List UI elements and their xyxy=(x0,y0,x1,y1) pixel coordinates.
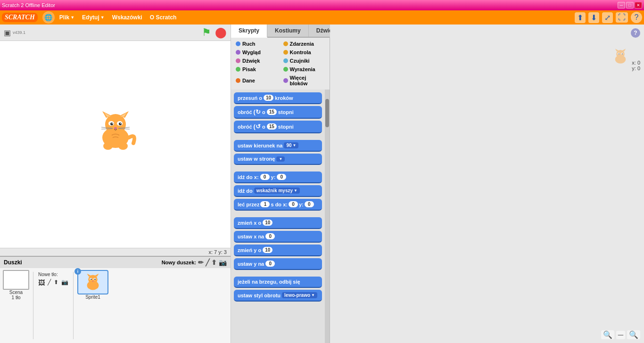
scratch-logo: SCRATCH xyxy=(2,13,38,22)
new-backdrop-label: Nowe tło: xyxy=(38,272,68,277)
draw-sprite-button[interactable]: ╱ xyxy=(206,259,209,266)
stage-icon: ▣ xyxy=(4,28,11,37)
share-icon[interactable]: ⬇ xyxy=(588,12,599,23)
category-dane[interactable]: Dane xyxy=(233,74,281,88)
svg-point-25 xyxy=(91,278,92,280)
draw-backdrop-button[interactable]: ╱ xyxy=(48,279,51,286)
stage-controls: ⚑ ⬤ xyxy=(202,26,227,39)
sprites-panel: Duszki Nowy duszek: ✏ ╱ ⬆ 📷 Scena 1 tło xyxy=(0,256,231,343)
stage-header: ▣ v439.1 ⚑ ⬤ xyxy=(0,24,231,41)
spacer1 xyxy=(234,135,322,138)
sprite1-thumbnail[interactable] xyxy=(77,270,108,294)
new-sprite-label: Nowy duszek: xyxy=(162,260,196,265)
new-sprite-controls: Nowy duszek: ✏ ╱ ⬆ 📷 xyxy=(162,259,227,266)
spacer4 xyxy=(234,272,322,275)
scrollbar-thumb[interactable] xyxy=(325,99,329,127)
category-zdarzenia[interactable]: Zdarzenia xyxy=(281,40,328,48)
svg-point-27 xyxy=(92,281,94,282)
block-set-direction[interactable]: ustaw kierunek na 90 xyxy=(234,140,322,152)
about-menu[interactable]: O Scratch xyxy=(147,12,180,23)
svg-point-8 xyxy=(110,122,113,125)
camera-backdrop-button[interactable]: 📷 xyxy=(61,279,68,286)
scene-block: Scena 1 tło xyxy=(2,270,30,341)
titlebar-controls: ─ □ ✕ xyxy=(618,2,642,8)
scrollbar-track[interactable] xyxy=(325,90,330,343)
category-pisak[interactable]: Pisak xyxy=(233,65,281,74)
tab-costumes[interactable]: Kostiumy xyxy=(267,24,309,37)
titlebar: Scratch 2 Offline Editor ─ □ ✕ xyxy=(0,0,644,10)
svg-point-17 xyxy=(103,142,113,150)
help-icon[interactable]: ? xyxy=(631,12,642,23)
menubar-right: ⬆ ⬇ ⤢ ⛶ ? xyxy=(575,12,642,23)
block-rotate-left[interactable]: obróć (↺ o 15 stopni xyxy=(234,121,322,133)
category-ruch[interactable]: Ruch xyxy=(233,40,281,48)
zoom-reset-button[interactable]: ─ xyxy=(616,331,625,339)
zoom-out-button[interactable]: 🔍 xyxy=(601,330,614,339)
stage-coordinates: x: 7 y: 3 xyxy=(0,248,231,256)
category-wyglad[interactable]: Wygląd xyxy=(233,48,281,57)
stage-canvas xyxy=(0,41,231,248)
category-dzwiek[interactable]: Dźwięk xyxy=(233,57,281,65)
svg-point-12 xyxy=(114,127,117,129)
svg-point-10 xyxy=(112,123,113,124)
category-wiecej-blokow[interactable]: Więcej bloków xyxy=(281,74,328,88)
tips-menu[interactable]: Wskazówki xyxy=(109,12,145,23)
fullscreen-icon[interactable]: ⛶ xyxy=(616,12,628,23)
sprites-content: Scena 1 tło Nowe tło: 🖼 ╱ ⬆ 📷 xyxy=(0,268,231,343)
titlebar-title: Scratch 2 Offline Editor xyxy=(2,2,55,8)
blocks-list: przesuń o 10 kroków obróć (↻ o 15 stopni… xyxy=(231,90,325,343)
scene-thumbnail[interactable] xyxy=(3,270,29,290)
block-rotation-style[interactable]: ustaw styl obrotu lewo-prawo xyxy=(234,290,322,302)
stop-button[interactable]: ⬤ xyxy=(215,26,227,39)
blocks-scroll: przesuń o 10 kroków obróć (↻ o 15 stopni… xyxy=(231,90,330,343)
edit-menu[interactable]: Edytuj ▼ xyxy=(79,12,107,23)
block-go-to-xy[interactable]: idź do x: 0 y: 0 xyxy=(234,172,322,183)
block-set-y[interactable]: ustaw y na 0 xyxy=(234,258,322,270)
block-go-to-mouse[interactable]: idź do wskaźnik myszy xyxy=(234,185,322,197)
script-area[interactable]: ? x: 0 y: 0 🔍 ─ 🔍 xyxy=(330,24,644,343)
spacer2 xyxy=(234,167,322,170)
menubar: SCRATCH 🌐 Plik ▼ Edytuj ▼ Wskazówki O Sc… xyxy=(0,10,644,24)
maximize-button[interactable]: □ xyxy=(626,2,634,8)
svg-point-35 xyxy=(622,53,623,54)
svg-point-9 xyxy=(119,122,122,125)
block-change-x[interactable]: zmień x o 10 xyxy=(234,217,322,229)
sprites-header: Duszki Nowy duszek: ✏ ╱ ⬆ 📷 xyxy=(0,257,231,268)
scene-label: Scena xyxy=(9,290,23,295)
cat-sprite xyxy=(92,109,139,159)
tab-scripts[interactable]: Skrypty xyxy=(231,24,267,38)
category-wyrazenia[interactable]: Wyrażenia xyxy=(281,65,328,74)
help-button[interactable]: ? xyxy=(631,28,640,38)
close-button[interactable]: ✕ xyxy=(635,2,642,8)
globe-icon[interactable]: 🌐 xyxy=(42,11,55,24)
camera-sprite-button[interactable]: 📷 xyxy=(219,259,227,266)
block-set-x[interactable]: ustaw x na 0 xyxy=(234,231,322,243)
sprite1-label: Sprite1 xyxy=(85,294,100,300)
block-bounce[interactable]: jeżeli na brzegu, odbij się xyxy=(234,277,322,288)
upload-backdrop-button[interactable]: ⬆ xyxy=(54,279,58,286)
block-set-side[interactable]: ustaw w stronę xyxy=(234,154,322,165)
spacer3 xyxy=(234,212,322,215)
upload-icon[interactable]: ⬆ xyxy=(575,12,586,23)
stage-version: v439.1 xyxy=(13,30,25,35)
block-glide[interactable]: leć przez 1 s do x: 0 y: 0 xyxy=(234,199,322,211)
svg-point-1 xyxy=(105,114,126,135)
script-area-cat-icon xyxy=(611,48,630,69)
svg-point-11 xyxy=(120,123,121,124)
paint-backdrop-button[interactable]: 🖼 xyxy=(38,279,45,286)
block-rotate-right[interactable]: obróć (↻ o 15 stopni xyxy=(234,106,322,119)
tabs-bar: Skrypty Kostiumy Dźwięki xyxy=(231,24,330,38)
minimize-button[interactable]: ─ xyxy=(618,2,625,8)
upload-sprite-button[interactable]: ⬆ xyxy=(211,259,217,266)
sprite1-block: i Sprit xyxy=(76,270,109,341)
category-kontrola[interactable]: Kontrola xyxy=(281,48,328,57)
maximize-stage-icon[interactable]: ⤢ xyxy=(602,12,613,23)
category-czujniki[interactable]: Czujniki xyxy=(281,57,328,65)
block-move[interactable]: przesuń o 10 kroków xyxy=(234,92,322,104)
block-change-y[interactable]: zmień y o 10 xyxy=(234,245,322,256)
green-flag-button[interactable]: ⚑ xyxy=(202,26,211,39)
svg-point-26 xyxy=(94,278,96,280)
file-menu[interactable]: Plik ▼ xyxy=(57,12,77,23)
paint-sprite-button[interactable]: ✏ xyxy=(198,259,204,266)
zoom-in-button[interactable]: 🔍 xyxy=(627,330,640,339)
